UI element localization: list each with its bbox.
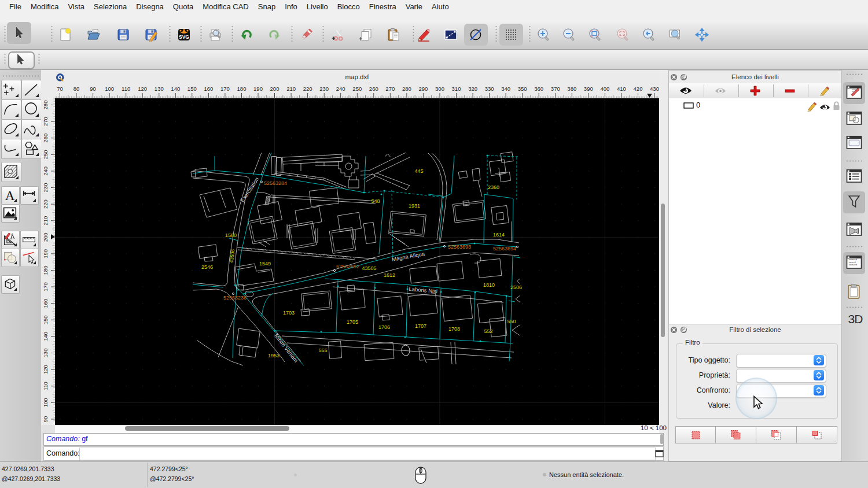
svg-text:280: 280 bbox=[42, 101, 49, 110]
svg-text:1810: 1810 bbox=[483, 282, 495, 288]
svg-text:190: 190 bbox=[42, 249, 49, 258]
svg-text:1953: 1953 bbox=[268, 353, 279, 358]
svg-text:210: 210 bbox=[42, 216, 49, 225]
svg-text:43505: 43505 bbox=[362, 265, 376, 271]
svg-text:160: 160 bbox=[42, 299, 49, 308]
svg-text:2546: 2546 bbox=[201, 264, 213, 270]
svg-text:1614: 1614 bbox=[493, 232, 505, 238]
svg-text:250: 250 bbox=[352, 86, 362, 92]
svg-text:52563236: 52563236 bbox=[223, 295, 247, 301]
svg-text:1549: 1549 bbox=[259, 261, 271, 267]
svg-text:310: 310 bbox=[452, 86, 461, 92]
svg-text:190: 190 bbox=[253, 86, 263, 92]
svg-text:52563284: 52563284 bbox=[264, 180, 287, 186]
svg-text:90: 90 bbox=[42, 416, 49, 423]
svg-text:2360: 2360 bbox=[488, 184, 499, 190]
svg-text:200: 200 bbox=[42, 232, 49, 242]
svg-text:A: A bbox=[5, 188, 15, 202]
svg-text:43506: 43506 bbox=[229, 249, 236, 263]
svg-text:380: 380 bbox=[567, 86, 576, 92]
svg-text:140: 140 bbox=[42, 332, 49, 341]
svg-text:555: 555 bbox=[318, 347, 327, 353]
svg-text:1612: 1612 bbox=[384, 272, 395, 278]
svg-text:1931: 1931 bbox=[409, 203, 420, 209]
svg-text:1707: 1707 bbox=[415, 323, 426, 329]
svg-text:410: 410 bbox=[617, 86, 626, 92]
svg-text:52563692: 52563692 bbox=[336, 264, 359, 269]
svg-text:330: 330 bbox=[485, 86, 494, 92]
svg-text:160: 160 bbox=[204, 86, 213, 92]
svg-text:240: 240 bbox=[42, 167, 49, 176]
svg-text:130: 130 bbox=[155, 86, 164, 92]
svg-text:260: 260 bbox=[369, 86, 378, 92]
svg-text:1708: 1708 bbox=[448, 326, 460, 332]
svg-text:250: 250 bbox=[42, 150, 49, 159]
svg-text:350: 350 bbox=[518, 86, 527, 92]
svg-text:Minim Veniam: Minim Veniam bbox=[273, 332, 299, 364]
svg-text:1703: 1703 bbox=[283, 310, 295, 316]
svg-text:550: 550 bbox=[507, 319, 516, 324]
svg-text:260: 260 bbox=[42, 134, 49, 143]
svg-text:280: 280 bbox=[402, 86, 411, 92]
svg-text:230: 230 bbox=[42, 183, 49, 193]
svg-text:140: 140 bbox=[171, 86, 180, 92]
svg-text:100: 100 bbox=[105, 86, 114, 92]
svg-text:Comand: Comand bbox=[849, 264, 858, 266]
svg-text:552: 552 bbox=[484, 328, 492, 334]
svg-text:230: 230 bbox=[319, 86, 329, 92]
svg-text:SVG: SVG bbox=[179, 34, 189, 40]
svg-text:110: 110 bbox=[42, 382, 49, 390]
svg-text:420: 420 bbox=[634, 86, 643, 92]
svg-text:52563693: 52563693 bbox=[448, 244, 471, 250]
svg-text:340: 340 bbox=[501, 86, 510, 92]
svg-text:180: 180 bbox=[42, 266, 49, 275]
svg-text:200: 200 bbox=[270, 86, 279, 92]
svg-text:430: 430 bbox=[650, 86, 659, 92]
svg-text:220: 220 bbox=[42, 199, 49, 209]
svg-text:290: 290 bbox=[418, 86, 428, 92]
svg-text:110: 110 bbox=[122, 86, 130, 92]
svg-text:170: 170 bbox=[42, 282, 49, 291]
svg-text:400: 400 bbox=[600, 86, 609, 92]
svg-text:120: 120 bbox=[138, 86, 147, 92]
svg-text:1580: 1580 bbox=[225, 232, 237, 238]
svg-text:52563694: 52563694 bbox=[493, 246, 516, 252]
svg-text:150: 150 bbox=[42, 315, 49, 324]
svg-text:300: 300 bbox=[435, 86, 444, 92]
svg-text:150: 150 bbox=[187, 86, 197, 92]
svg-text:2506: 2506 bbox=[510, 284, 522, 290]
svg-text:100: 100 bbox=[42, 398, 49, 407]
svg-text:170: 170 bbox=[220, 86, 230, 92]
svg-text:1706: 1706 bbox=[378, 324, 390, 330]
svg-text:548: 548 bbox=[371, 198, 380, 204]
svg-text:90: 90 bbox=[90, 86, 96, 92]
svg-text:130: 130 bbox=[42, 349, 49, 358]
svg-text:Laboris Nisi: Laboris Nisi bbox=[409, 286, 437, 294]
svg-text:320: 320 bbox=[468, 86, 477, 92]
svg-text:360: 360 bbox=[534, 86, 543, 92]
svg-text:70: 70 bbox=[57, 86, 63, 92]
svg-text:80: 80 bbox=[73, 86, 80, 92]
svg-text:270: 270 bbox=[385, 86, 395, 92]
svg-text:240: 240 bbox=[336, 86, 345, 92]
svg-text:Magna Aliqua: Magna Aliqua bbox=[391, 250, 425, 263]
svg-text:390: 390 bbox=[584, 86, 593, 92]
svg-text:220: 220 bbox=[303, 86, 312, 92]
svg-text:120: 120 bbox=[42, 365, 49, 374]
svg-text:1705: 1705 bbox=[347, 319, 358, 325]
svg-text:270: 270 bbox=[42, 117, 49, 126]
svg-text:180: 180 bbox=[237, 86, 247, 92]
svg-text:370: 370 bbox=[551, 86, 560, 92]
svg-text:210: 210 bbox=[286, 86, 296, 92]
svg-text:445: 445 bbox=[414, 168, 423, 174]
